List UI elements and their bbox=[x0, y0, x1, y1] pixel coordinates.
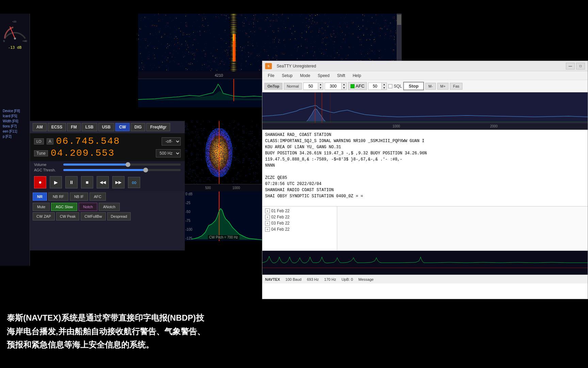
play-button[interactable]: ▶ bbox=[50, 176, 62, 188]
nbrf-button[interactable]: NB RF bbox=[48, 193, 68, 201]
tree-expand-03feb[interactable]: + bbox=[265, 221, 270, 226]
baud-input[interactable] bbox=[304, 83, 318, 89]
tree-label-03feb: 03 Feb 22 bbox=[271, 221, 290, 226]
afc-val-down[interactable]: ▼ bbox=[382, 86, 387, 90]
afc-sdr-button[interactable]: AFC bbox=[89, 193, 106, 201]
m-minus-button[interactable]: M- bbox=[425, 83, 436, 90]
seatty-text-output[interactable]: SHANGHAI RAD_ COAST STATION CLASS:IMPORT… bbox=[262, 130, 588, 206]
volume-track[interactable] bbox=[63, 164, 181, 166]
cwzap-button[interactable]: CW ZAP bbox=[33, 212, 55, 220]
mode-fm[interactable]: FM bbox=[67, 123, 80, 131]
baud-down[interactable]: ▼ bbox=[318, 86, 323, 90]
menu-shift[interactable]: Shift bbox=[333, 73, 348, 79]
lo-dropdown[interactable]: -off- bbox=[162, 137, 181, 145]
overlay-text: 泰斯(NAVTEX)系统是通过窄带直接印字电报(NBDP)技 海岸电台播发,并由… bbox=[7, 311, 255, 352]
ruler-1000: 1000 bbox=[392, 124, 400, 128]
shift-input[interactable] bbox=[325, 83, 341, 89]
scrollbar-thumb[interactable] bbox=[397, 15, 401, 25]
shift-down[interactable]: ▼ bbox=[342, 86, 346, 90]
tree-label-04feb: 04 Feb 22 bbox=[271, 227, 290, 232]
tree-label-02feb: 02 Feb 22 bbox=[271, 215, 290, 219]
func-row1: NR NB RF NB IF AFC bbox=[30, 191, 185, 202]
mode-dig[interactable]: DIG bbox=[131, 123, 145, 131]
seatty-statusbar: NAVTEX 100 Baud 693 Hz 170 Hz UpB: 0 Mes… bbox=[262, 275, 588, 283]
text-line-6: NNNN bbox=[265, 163, 585, 169]
ontop-button[interactable]: OnTop bbox=[264, 83, 282, 90]
smeter-svg: S +40 +20 bbox=[1, 16, 29, 44]
sliders-area: Volume AGC Thresh. bbox=[30, 161, 185, 173]
afc-label: AFC bbox=[356, 83, 364, 89]
func-row2: Mute AGC Slow Notch ANotch bbox=[30, 202, 185, 212]
m-plus-button[interactable]: M+ bbox=[437, 83, 449, 90]
menu-help[interactable]: Help bbox=[349, 73, 364, 79]
pause-button[interactable]: ⏸ bbox=[65, 176, 78, 188]
afc-val-input[interactable] bbox=[369, 83, 381, 89]
tree-expand-02feb[interactable]: + bbox=[265, 215, 270, 219]
volume-thumb[interactable] bbox=[126, 162, 130, 167]
tree-item-01feb[interactable]: + 01 Feb 22 bbox=[264, 208, 336, 214]
tree-expand-01feb[interactable]: + bbox=[265, 209, 270, 213]
agcslow-button[interactable]: AGC Slow bbox=[51, 203, 77, 211]
sql-checkbox[interactable] bbox=[388, 84, 392, 88]
seatty-minimize[interactable]: — bbox=[566, 63, 575, 70]
fkey-een[interactable]: een [F11] bbox=[1, 129, 28, 134]
menu-mode[interactable]: Mode bbox=[297, 73, 314, 79]
baud-up[interactable]: ▲ bbox=[318, 83, 323, 86]
mode-ecss[interactable]: ECSS bbox=[48, 123, 66, 131]
mute-button[interactable]: Mute bbox=[33, 203, 50, 211]
mode-cw[interactable]: CW bbox=[115, 123, 130, 131]
stop-sdr-button[interactable]: ■ bbox=[81, 176, 93, 188]
nr-button[interactable]: NR bbox=[33, 193, 47, 201]
afc-val-up[interactable]: ▲ bbox=[382, 83, 387, 86]
mode-am[interactable]: AM bbox=[33, 123, 47, 131]
fast-button[interactable]: Fas bbox=[450, 83, 462, 90]
despread-button[interactable]: Despread bbox=[107, 212, 131, 220]
anotch-button[interactable]: ANotch bbox=[99, 203, 120, 211]
agc-track[interactable] bbox=[63, 169, 181, 171]
tree-item-03feb[interactable]: + 03 Feb 22 bbox=[264, 220, 336, 226]
rewind-button[interactable]: ◀◀ bbox=[97, 176, 109, 188]
agc-thumb[interactable] bbox=[143, 168, 148, 172]
seatty-maximize[interactable]: □ bbox=[576, 63, 585, 70]
mode-usb[interactable]: USB bbox=[98, 123, 114, 131]
menu-speed[interactable]: Speed bbox=[314, 73, 333, 79]
baud-spin: ▲ ▼ bbox=[318, 83, 323, 90]
cwfullbw-button[interactable]: CWFullBw bbox=[81, 212, 105, 220]
forward-button[interactable]: ▶▶ bbox=[112, 176, 125, 188]
seatty-title: SeaTTY Unregistered bbox=[277, 64, 563, 68]
mode-freqmgr[interactable]: FreqMgr bbox=[146, 123, 170, 131]
tree-item-02feb[interactable]: + 02 Feb 22 bbox=[264, 214, 336, 220]
fkey-device[interactable]: Device [F8] bbox=[1, 108, 28, 113]
loop-button[interactable]: ∞ bbox=[128, 177, 140, 188]
notch-button[interactable]: Notch bbox=[79, 203, 97, 211]
text-line-4: BUOY POSITION 34.26.61N 119.47_3 -,$ ,9.… bbox=[265, 150, 585, 156]
cwpeak-button[interactable]: CW Peak bbox=[56, 212, 79, 220]
seatty-menubar: File Setup Mode Speed Shift Help bbox=[262, 71, 588, 80]
text-line-1: SHANGHAI RAD_ COAST STATION bbox=[265, 132, 585, 138]
fkey-icard[interactable]: Icard [F5] bbox=[1, 113, 28, 119]
text-line-8: 07:28:56 UTC 2022/02/04 bbox=[265, 181, 585, 187]
fkey-p[interactable]: p [F2] bbox=[1, 134, 28, 139]
control-panel: AM ECSS FM LSB USB CW DIG FreqMgr LO A 0… bbox=[30, 121, 185, 250]
fkey-width[interactable]: Width [F6] bbox=[1, 119, 28, 124]
shift-up[interactable]: ▲ bbox=[342, 83, 346, 86]
normal-button[interactable]: Normal bbox=[284, 83, 302, 90]
afc-button[interactable]: AFC bbox=[348, 82, 367, 90]
stop-button[interactable]: Stop bbox=[403, 82, 424, 90]
tune-freq-display: 04.209.553 bbox=[51, 148, 153, 158]
iq-waterfall: 500 1000 0 dB -25 -50 -75 -100 -125 CW P… bbox=[185, 121, 262, 240]
menu-setup[interactable]: Setup bbox=[278, 73, 296, 79]
tree-expand-04feb[interactable]: + bbox=[265, 227, 270, 232]
iq-freq-500: 500 bbox=[205, 186, 211, 190]
transport-row: ● ▶ ⏸ ■ ◀◀ ▶▶ ∞ bbox=[30, 173, 185, 191]
tune-row: Tune 04.209.553 500 Hz bbox=[34, 148, 181, 158]
nbif-button[interactable]: NB IF bbox=[70, 193, 88, 201]
mode-lsb[interactable]: LSB bbox=[82, 123, 97, 131]
tune-label: Tune bbox=[34, 150, 48, 156]
menu-file[interactable]: File bbox=[264, 73, 278, 79]
tune-dropdown[interactable]: 500 Hz bbox=[156, 149, 181, 157]
fkey-tions[interactable]: tions [F7] bbox=[1, 124, 28, 129]
record-button[interactable]: ● bbox=[34, 176, 46, 188]
tree-item-04feb[interactable]: + 04 Feb 22 bbox=[264, 226, 336, 232]
iq-freq-1000: 1000 bbox=[232, 186, 240, 190]
